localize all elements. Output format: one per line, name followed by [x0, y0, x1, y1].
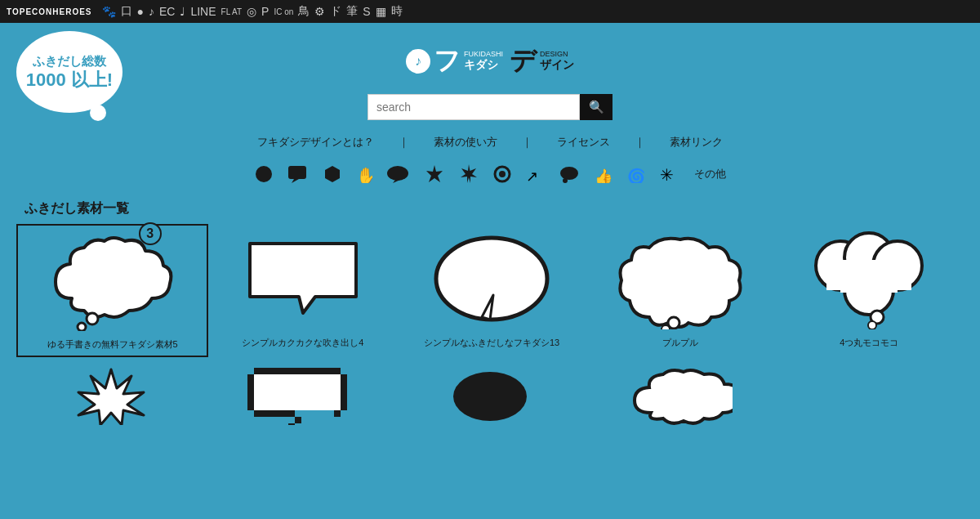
svg-text:✳: ✳: [660, 166, 674, 184]
item-label: シンプルカクカクな吹き出し4: [242, 333, 363, 351]
nav-icon-5[interactable]: EC: [159, 5, 175, 18]
svg-point-13: [563, 178, 568, 183]
item-image: [39, 229, 186, 335]
svg-marker-31: [78, 369, 144, 425]
svg-rect-35: [247, 374, 254, 381]
item-label: プルプル: [662, 333, 698, 351]
svg-text:↗: ↗: [526, 168, 538, 183]
cat-starburst1-icon[interactable]: [425, 164, 444, 184]
svg-point-44: [453, 372, 527, 421]
top-nav: TOPECONHEROES 🐾 口 ● ♪ EC ♩ LINE FL AT ◎ …: [0, 0, 980, 23]
logo-icon: ♪: [406, 49, 430, 74]
svg-point-18: [78, 323, 86, 331]
svg-rect-36: [341, 374, 347, 381]
svg-rect-41: [254, 374, 341, 410]
svg-rect-40: [334, 410, 341, 417]
item-image-bottom: [606, 364, 753, 429]
item-image: [229, 227, 376, 333]
list-item[interactable]: 4つ丸モコモコ: [775, 224, 964, 357]
svg-point-12: [560, 167, 578, 180]
list-item[interactable]: 3 ゆる手書きの無料フキダシ素材5: [16, 224, 208, 357]
logo-fukidashi-kana: キダシ: [464, 59, 503, 71]
logo-design-kana: ザイン: [540, 59, 574, 71]
items-grid: 3 ゆる手書きの無料フキダシ素材5 シンプルカクカクな吹き出し4: [0, 224, 980, 357]
list-item[interactable]: [206, 360, 395, 432]
list-item[interactable]: シンプルカクカクな吹き出し4: [208, 224, 397, 357]
cat-thumbsup-icon[interactable]: 👍: [595, 165, 612, 183]
nav-icon-2[interactable]: 口: [121, 4, 132, 19]
svg-rect-42: [295, 417, 301, 423]
svg-text:✋: ✋: [356, 166, 372, 183]
list-item[interactable]: [774, 360, 964, 432]
nav-icon-14[interactable]: ド: [330, 4, 341, 19]
nav-icon-8[interactable]: FL AT: [221, 7, 243, 16]
logo: ♪ フ FUKIDASHI キダシ デ DESIGN ザイン: [406, 43, 574, 79]
nav-license[interactable]: ライセンス: [557, 135, 610, 150]
cat-cross-icon[interactable]: ✳: [660, 164, 679, 184]
badge-text1: ふきだし総数: [33, 53, 106, 69]
item-badge: 3: [139, 222, 162, 245]
cat-starburst2-icon[interactable]: [459, 164, 479, 184]
badge-text2: 1000 以上!: [26, 69, 113, 91]
svg-rect-32: [254, 368, 261, 374]
list-item[interactable]: [16, 360, 206, 432]
nav-usage[interactable]: 素材の使い方: [434, 135, 497, 150]
nav-icon-10[interactable]: P: [261, 5, 269, 18]
section-title: ふきだし素材一覧: [0, 194, 980, 224]
cat-arrow-icon[interactable]: ↗: [526, 165, 544, 183]
cat-oval-bubble-icon[interactable]: [387, 165, 410, 183]
nav-icon-6[interactable]: ♩: [180, 5, 185, 18]
item-image-bottom: [38, 364, 185, 429]
search-button[interactable]: 🔍: [580, 94, 612, 120]
cat-hand-icon[interactable]: ✋: [356, 165, 372, 183]
category-icons: ✋ ↗ 👍 🌀 ✳ その他: [0, 158, 980, 194]
svg-point-30: [868, 321, 876, 329]
list-item[interactable]: シンプルなふきだしなフキダシ13: [397, 224, 586, 357]
nav-icon-9[interactable]: ◎: [247, 5, 256, 18]
nav-menu: フキダシデザインとは？ ｜ 素材の使い方 ｜ ライセンス ｜ 素材リンク: [0, 127, 980, 158]
nav-icon-7[interactable]: LINE: [190, 5, 216, 18]
svg-text:👍: 👍: [595, 168, 612, 183]
brand-label: TOPECONHEROES: [7, 7, 92, 16]
cat-cloud-bubble-icon[interactable]: [559, 165, 580, 183]
item-label: ゆる手書きの無料フキダシ素材5: [47, 335, 178, 352]
list-item[interactable]: プルプル: [586, 224, 775, 357]
cat-hex-icon[interactable]: [323, 165, 341, 183]
logo-sub: FUKIDASHI キダシ: [464, 51, 503, 71]
nav-icon-3[interactable]: ●: [137, 5, 144, 18]
nav-icon-12[interactable]: 鳥: [298, 4, 310, 19]
nav-icon-4[interactable]: ♪: [149, 5, 154, 18]
logo-design-sub: DESIGN ザイン: [540, 51, 574, 71]
cat-swirl-icon[interactable]: 🌀: [627, 165, 645, 183]
svg-rect-33: [261, 368, 334, 374]
nav-links[interactable]: 素材リンク: [670, 135, 723, 150]
item-label: 4つ丸モコモコ: [840, 333, 898, 351]
nav-icon-17[interactable]: ▦: [376, 5, 386, 18]
svg-rect-43: [288, 423, 295, 425]
nav-icon-13[interactable]: ⚙: [314, 5, 325, 18]
nav-icon-18[interactable]: 時: [391, 4, 403, 19]
cat-circle-icon[interactable]: [255, 165, 273, 183]
item-image-bottom: [227, 364, 374, 429]
nav-icon-16[interactable]: S: [363, 5, 370, 18]
search-input[interactable]: [368, 94, 580, 120]
item-image: [607, 227, 754, 333]
logo-design-char: デ: [510, 43, 537, 79]
list-item[interactable]: [395, 360, 585, 432]
search-area: 🔍: [0, 94, 980, 120]
svg-text:🌀: 🌀: [627, 168, 645, 183]
svg-marker-2: [292, 179, 299, 183]
list-item[interactable]: [585, 360, 774, 432]
nav-about[interactable]: フキダシデザインとは？: [257, 135, 374, 150]
item-image-bottom: [795, 364, 942, 429]
nav-icon-15[interactable]: 筆: [346, 4, 358, 19]
nav-icon-11[interactable]: IC on: [274, 7, 293, 16]
svg-rect-38: [341, 381, 347, 410]
nav-icon-1[interactable]: 🐾: [102, 5, 116, 18]
logo-main-char: フ: [434, 43, 461, 79]
svg-point-0: [256, 166, 272, 182]
item-image: [418, 227, 565, 333]
cat-speech-rect-icon[interactable]: [287, 165, 309, 183]
cat-other-label[interactable]: その他: [694, 167, 726, 181]
cat-circle2-icon[interactable]: [493, 165, 511, 183]
